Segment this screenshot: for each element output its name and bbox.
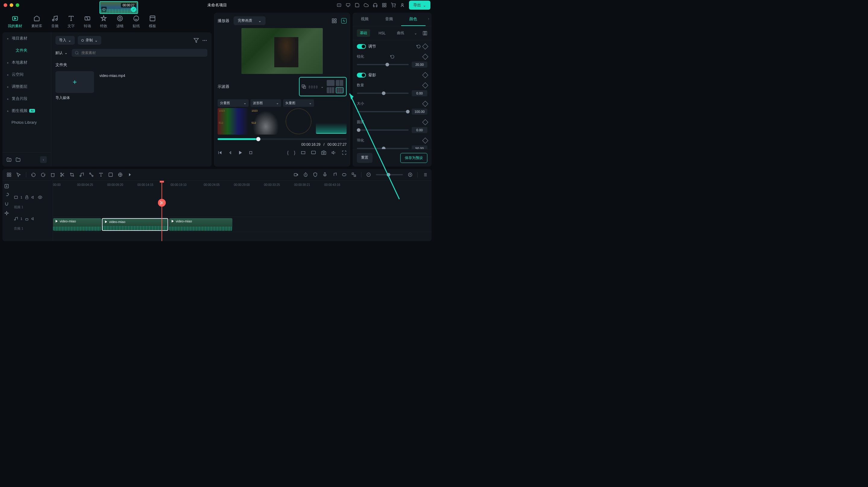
- collapse-sidebar-button[interactable]: ‹: [40, 156, 47, 163]
- size-slider[interactable]: [357, 111, 409, 112]
- more-icon[interactable]: [202, 38, 207, 43]
- display-icon[interactable]: [311, 150, 316, 155]
- snap-icon[interactable]: [351, 172, 356, 177]
- subtab-basic[interactable]: 基础: [357, 29, 370, 37]
- sidebar-item-adjustment[interactable]: ▸调整图层: [2, 81, 51, 93]
- effects-icon[interactable]: [118, 172, 123, 177]
- sidebar-item-photos[interactable]: Photos Library: [2, 117, 51, 128]
- cloud-icon[interactable]: [364, 3, 369, 7]
- mute-icon[interactable]: [31, 217, 36, 221]
- sharpen-slider[interactable]: [357, 64, 409, 65]
- tab-color[interactable]: 颜色: [401, 13, 426, 26]
- tab-my-media[interactable]: 我的素材: [8, 15, 22, 29]
- tab-video[interactable]: 视频: [352, 13, 377, 26]
- waveform-layout-icon[interactable]: [341, 18, 347, 24]
- music-icon[interactable]: [79, 172, 84, 177]
- sidebar-item-cloud[interactable]: ▸云空间: [2, 68, 51, 81]
- chevron-down-icon[interactable]: ⌄: [414, 31, 417, 35]
- text-icon[interactable]: [98, 172, 103, 177]
- sort-button[interactable]: 默认⌄: [56, 49, 67, 57]
- amount-value[interactable]: 0.00: [412, 90, 427, 96]
- keyframe-icon[interactable]: [422, 82, 428, 88]
- size-value[interactable]: 100.00: [412, 109, 427, 115]
- feather-value[interactable]: 50.00: [412, 145, 427, 149]
- step-back-icon[interactable]: [228, 150, 233, 155]
- chevron-down-icon[interactable]: ⌄: [321, 85, 324, 89]
- folder-icon[interactable]: [16, 157, 21, 162]
- keyframe-icon[interactable]: [422, 119, 428, 125]
- keyframe-icon[interactable]: [422, 138, 428, 144]
- save-preset-button[interactable]: 保存为预设: [400, 153, 427, 163]
- more-tools-icon[interactable]: [127, 172, 132, 177]
- tab-audio[interactable]: 音频: [377, 13, 401, 26]
- undo-icon[interactable]: [31, 172, 36, 177]
- tab-stock[interactable]: 素材库: [31, 15, 42, 29]
- layout-quad[interactable]: [336, 87, 344, 93]
- eye-icon[interactable]: [38, 195, 42, 199]
- select-tool-icon[interactable]: [7, 172, 11, 177]
- record-button[interactable]: 录制⌄: [78, 36, 101, 45]
- timeline-clip-selected[interactable]: video-miao: [102, 218, 168, 231]
- crop-icon[interactable]: [70, 172, 74, 177]
- layout-double[interactable]: [336, 80, 344, 86]
- tab-more[interactable]: ›: [426, 13, 432, 26]
- delete-icon[interactable]: [50, 172, 55, 177]
- subtab-curves[interactable]: 曲线: [394, 29, 407, 37]
- fullscreen-icon[interactable]: [342, 150, 347, 155]
- scope-waveform-select[interactable]: 波形图⌄: [250, 99, 281, 107]
- reset-button[interactable]: 重置: [357, 153, 373, 163]
- sidebar-item-compound[interactable]: ▸复合片段: [2, 93, 51, 105]
- audio-tl-icon[interactable]: [332, 172, 337, 177]
- maximize-icon[interactable]: [16, 3, 19, 7]
- new-folder-icon[interactable]: [7, 157, 11, 162]
- marker-icon[interactable]: [342, 172, 347, 177]
- timeline-ruler[interactable]: 00:00 00:00:04:25 00:00:09:20 00:00:14:1…: [53, 181, 432, 190]
- volume-icon[interactable]: [332, 150, 336, 155]
- import-button[interactable]: 导入⌄: [56, 36, 75, 45]
- video-track-head[interactable]: 1: [11, 190, 53, 205]
- tab-text[interactable]: 文字: [67, 15, 75, 29]
- tab-effects[interactable]: 特效: [100, 15, 107, 29]
- close-icon[interactable]: [4, 3, 7, 7]
- sidebar-item-project[interactable]: ▸项目素材: [2, 32, 51, 45]
- grid-layout-icon[interactable]: [332, 18, 337, 24]
- playhead[interactable]: [161, 181, 162, 241]
- tab-templates[interactable]: 模板: [149, 15, 156, 29]
- headphone-icon[interactable]: [373, 3, 378, 7]
- playhead-cut-icon[interactable]: [158, 199, 166, 207]
- mute-icon[interactable]: [31, 195, 36, 199]
- list-view-icon[interactable]: [423, 172, 427, 177]
- tab-audio[interactable]: 音频: [51, 15, 59, 29]
- reset-icon[interactable]: [390, 55, 395, 59]
- adjust-toggle[interactable]: [357, 44, 366, 49]
- track-magnet-icon[interactable]: [4, 202, 9, 207]
- cart-icon[interactable]: [391, 3, 396, 7]
- round-slider[interactable]: [357, 130, 409, 131]
- track-add-icon[interactable]: [4, 184, 9, 189]
- screenshot-icon[interactable]: [337, 3, 341, 7]
- minimize-icon[interactable]: [10, 3, 13, 7]
- keyframe-icon[interactable]: [422, 54, 428, 60]
- layout-triple[interactable]: [327, 87, 335, 93]
- stop-icon[interactable]: [248, 150, 253, 155]
- prev-frame-icon[interactable]: [218, 150, 222, 155]
- mic-icon[interactable]: [322, 172, 327, 177]
- link-icon[interactable]: [89, 172, 94, 177]
- tab-filters[interactable]: 滤镜: [116, 15, 124, 29]
- search-input[interactable]: [72, 49, 207, 57]
- export-button[interactable]: 导出 ⌄: [409, 1, 430, 10]
- timeline-clip[interactable]: video-miao: [169, 218, 232, 231]
- amount-slider[interactable]: [357, 93, 409, 94]
- lock-icon[interactable]: [25, 217, 29, 221]
- reset-icon[interactable]: [416, 45, 421, 49]
- save-icon[interactable]: [355, 3, 360, 7]
- sidebar-item-folder[interactable]: 文件夹: [2, 45, 51, 56]
- layout-single[interactable]: [327, 80, 335, 86]
- audio-track-head[interactable]: 1: [11, 211, 53, 226]
- zoom-out-icon[interactable]: [366, 172, 371, 177]
- redo-icon[interactable]: [41, 172, 45, 177]
- scope-vector-select[interactable]: 矢量图⌄: [283, 99, 314, 107]
- play-icon[interactable]: [238, 150, 243, 155]
- record-tl-icon[interactable]: [293, 172, 299, 177]
- scope-parade-select[interactable]: 分量图⌄: [218, 99, 249, 107]
